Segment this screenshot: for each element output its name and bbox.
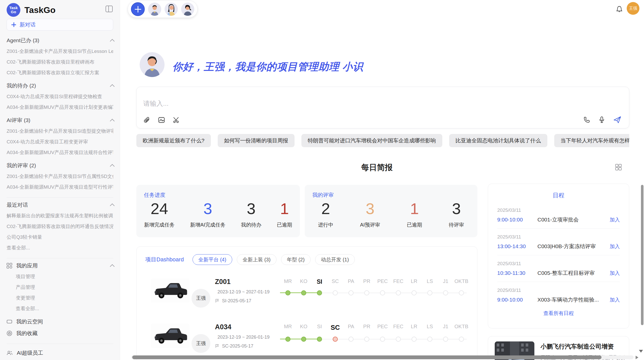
sidebar-item[interactable]: A034-全新新能源MUV产品开发项目造型可行性评审 [7,184,113,190]
chat-input[interactable] [143,100,525,108]
divider [7,258,113,258]
filter-chip[interactable]: 年型 (2) [281,254,311,265]
scissors-icon[interactable] [173,116,180,124]
stat-value: 1 [410,201,419,217]
sidebar-item-ai-staff[interactable]: AI超级员工 [7,350,113,356]
view-all-chats[interactable]: 查看全部... [7,245,113,251]
schedule-date: 2025/03/11 [497,234,620,240]
milestone-label: J1 [438,278,453,285]
section-ai-review[interactable]: AI评审 (3) [7,117,113,124]
scroll-down-arrow[interactable] [639,350,643,353]
input-tools-left [143,116,180,124]
input-tools-right [583,116,621,124]
join-link[interactable]: 加入 [610,270,620,277]
join-link[interactable]: 加入 [610,216,620,223]
suggestion-chip[interactable]: 如何写一份清晰的项目周报 [218,134,295,147]
horizontal-scrollbar-thumb[interactable] [132,355,602,359]
stat-label: 已逾期 [277,221,292,228]
image-icon[interactable] [158,116,165,124]
recent-chat-item[interactable]: C02-飞腾新能源轻客改款项目的闭环通告反馈情况 [7,223,113,230]
stat-label: 进行中 [318,221,333,228]
section-title: AI评审 (3) [7,117,30,124]
milestone-label: LR [406,278,422,285]
sidebar-item[interactable]: Z001-全新燃油轻卡产品开发项目SI造型提交物评审 [7,128,113,134]
milestone-label: FEC [390,324,406,332]
suggestion-chip[interactable]: 当下年轻人对汽车外观有怎样的喜好趋势 [554,134,629,147]
app-link-product[interactable]: 产品管理 [7,284,113,290]
sidebar-item[interactable]: C0X4-动力总成开发项目工程变更评审 [7,139,113,145]
filter-chip[interactable]: 动总开发 (1) [315,254,355,265]
project-row[interactable]: 王强 A034 2023-12-19 ~ 2026-01-19 SC-2025-… [151,319,477,352]
sidebar-item-cloud[interactable]: 我的云空间 [7,318,113,325]
view-all-apps[interactable]: 查看全部... [7,306,113,312]
microphone-icon[interactable] [598,116,605,123]
scroll-right-arrow[interactable] [636,356,638,359]
stat-new-done: 24 新增完成任务 [144,201,175,228]
sidebar-item[interactable]: C02-飞腾新能源轻客改款项目里程碑画布 [7,59,113,65]
project-dates: 2023-12-19 ~ 2026-01-19 [215,335,266,340]
apps-grid-icon [7,263,12,268]
section-my-apps[interactable]: 我的应用 [7,262,113,269]
project-row[interactable]: 王强 Z001 2023-12-19 ~ 2027-01-19 SI-2025-… [151,274,477,307]
milestone-label: PA [343,324,359,332]
milestone-label: PEC [375,278,390,285]
milestone-dot [364,290,369,295]
ai-staff-label: AI超级员工 [17,350,43,356]
phone-call-icon[interactable] [583,116,590,123]
vertical-scrollbar-thumb[interactable] [641,185,643,325]
avatar[interactable] [148,3,161,16]
sidebar-collapse-icon[interactable] [106,6,113,12]
schedule-meeting-title: C003|H0B-方案冻结评审 [537,243,610,250]
avatar[interactable] [181,3,194,16]
schedule-time: 10:30-11:30 [497,270,537,276]
attachment-icon[interactable] [143,116,150,124]
add-member-button[interactable] [131,2,145,16]
project-image [151,324,189,348]
milestone-label: FEC [390,278,406,285]
section-agent-done[interactable]: Agent已办 (3) [7,37,113,44]
send-icon[interactable] [613,116,621,124]
card-title: 任务进度 [144,191,165,199]
milestone-dot [412,290,417,295]
sidebar-item[interactable]: A034-全新新能源MUV产品开发项目计划变更表编写 [7,104,113,110]
schedule-entry: 2025/03/11 9:00-10:00 X003-车辆动力学性能验... 加… [488,282,629,303]
milestone-dot [443,337,448,342]
new-chat-button[interactable]: 新对话 [7,19,113,31]
sidebar-item-favorites[interactable]: 我的收藏 [7,330,113,337]
filter-chip[interactable]: 全新上装 (3) [237,254,276,265]
recent-chat-item[interactable]: 解释最新出台的欧盟报废车法规再生塑料比例被调至15%... [7,213,113,219]
new-chat-label: 新对话 [20,21,36,28]
stat-my-todo: 3 我的待办 [241,201,261,228]
milestone-label-current: SI [312,278,327,285]
sidebar: Task Go TaskGo 新对话 Agent已办 (3) Z001-全新燃油… [0,0,120,360]
join-link[interactable]: 加入 [610,243,620,250]
recent-chat-item[interactable]: 公司Q3轻卡销量 [7,234,113,240]
horizontal-scrollbar[interactable] [131,355,634,359]
schedule-meeting-title: C001-立项审批会 [537,216,610,223]
section-my-todo[interactable]: 我的待办 (2) [7,82,113,89]
sidebar-item[interactable]: Z001-全新燃油轻卡产品开发项目SI节点属性5D文件评审 [7,173,113,179]
sidebar-item[interactable]: Z001-全新燃油皮卡产品开发项目SI节点Lesson Learn报告 [7,48,113,54]
section-my-review[interactable]: 我的评审 (2) [7,162,113,169]
sidebar-item[interactable]: C02-飞腾新能源轻客改款项目立项汇报方案 [7,70,113,76]
view-all-schedule-link[interactable]: 查看所有日程 [488,310,629,317]
join-link[interactable]: 加入 [610,296,620,303]
notifications-bell-icon[interactable] [616,5,623,13]
user-avatar[interactable]: 王强 [627,2,639,15]
layout-grid-icon[interactable] [615,164,622,172]
sidebar-item[interactable]: A034-全新新能源MUV产品开发项目法规符合性评审 [7,149,113,156]
milestone-label: J1 [438,324,453,332]
suggestion-chip[interactable]: 比亚迪全固态电池计划具体说了什么 [449,134,547,147]
section-recent-chats[interactable]: 最近对话 [7,202,113,208]
truck-photo-icon [151,324,189,348]
section-title: 最近对话 [7,202,28,208]
filter-chip[interactable]: 全新平台 (4) [193,254,232,265]
suggestion-chip[interactable]: 特朗普可能对进口汽车增税会对中国车企造成哪些影响 [301,134,442,147]
divider [7,344,113,344]
sidebar-item[interactable]: C0X4-动力总成开发项目SI里程碑提交物检查 [7,94,113,100]
avatar[interactable] [165,3,178,16]
app-title: TaskGo [24,5,55,15]
suggestion-chip[interactable]: 欧洲新规最近颁布了什么? [136,134,211,147]
app-link-change[interactable]: 变更管理 [7,295,113,301]
app-link-project[interactable]: 项目管理 [7,274,113,280]
